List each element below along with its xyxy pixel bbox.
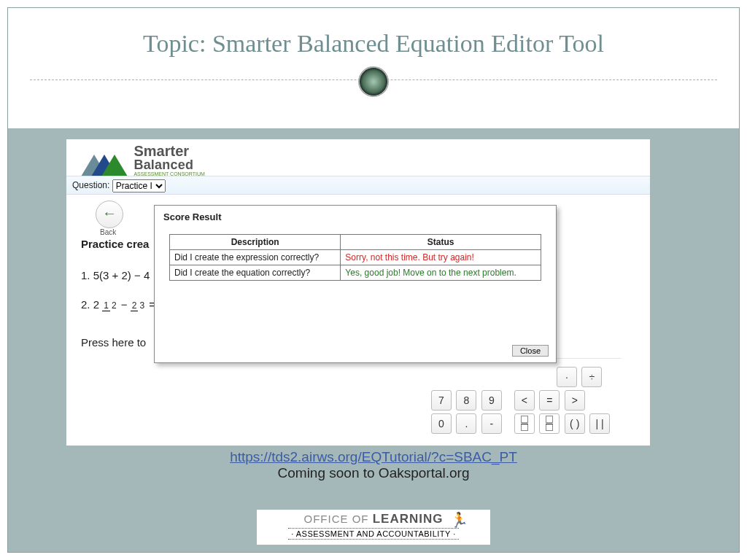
q2-prefix: 2. 2 xyxy=(81,298,99,311)
q2-frac2-den: 3 xyxy=(138,300,146,311)
logo-line2: Balanced xyxy=(133,158,204,171)
score-result-dialog: Score Result Description Status Did I cr… xyxy=(154,205,557,363)
office-of-learning-logo: OFFICE OF LEARNING · ASSESSMENT AND ACCO… xyxy=(257,510,490,545)
th-status: Status xyxy=(341,235,541,250)
slide: Topic: Smarter Balanced Equation Editor … xyxy=(7,7,740,553)
runner-icon: 🏃 xyxy=(450,511,468,529)
back-button[interactable]: ← xyxy=(96,201,123,228)
cell-status: Yes, good job! Move on to the next probl… xyxy=(341,265,541,281)
back-arrow-icon: ← xyxy=(102,205,117,221)
logo-line1: Smarter xyxy=(133,144,204,158)
smarter-balanced-logo: Smarter Balanced Assessment Consortium xyxy=(81,144,205,176)
question-bar: Question: Practice I xyxy=(66,176,650,195)
key-0[interactable]: 0 xyxy=(431,413,452,434)
press-text: Press here to xyxy=(81,336,146,349)
question-label: Question: xyxy=(72,180,109,190)
cell-status: Sorry, not this time. But try again! xyxy=(341,250,541,265)
link-block: https://tds2.airws.org/EQTutorial/?c=SBA… xyxy=(8,449,739,481)
title-area: Topic: Smarter Balanced Equation Editor … xyxy=(8,8,739,65)
question-select[interactable]: Practice I xyxy=(112,179,166,192)
key-eq[interactable]: = xyxy=(539,390,560,411)
link-subtext: Coming soon to Oaksportal.org xyxy=(278,465,470,481)
q2-minus: − xyxy=(121,298,131,311)
key-abs[interactable]: | | xyxy=(589,413,610,434)
table-row: Did I create the expression correctly? S… xyxy=(170,250,541,265)
key-lt[interactable]: < xyxy=(514,390,535,411)
question-2: 2. 2 12 − 23 = 1 xyxy=(81,298,165,311)
footer-learning: LEARNING xyxy=(373,512,444,526)
footer-office: OFFICE OF xyxy=(304,513,369,525)
ornament-row xyxy=(8,65,739,94)
back-label: Back xyxy=(100,228,116,236)
close-button[interactable]: Close xyxy=(512,345,549,357)
key-divide[interactable]: ÷ xyxy=(581,367,602,387)
table-row: Did I create the equation correctly? Yes… xyxy=(170,265,541,281)
key-8[interactable]: 8 xyxy=(456,390,476,411)
dialog-title: Score Result xyxy=(155,206,556,228)
q2-frac2-num: 2 xyxy=(131,300,139,311)
cell-desc: Did I create the equation correctly? xyxy=(170,265,341,281)
practice-heading: Practice crea xyxy=(81,238,149,250)
key-parens[interactable]: ( ) xyxy=(565,413,585,434)
key-7[interactable]: 7 xyxy=(431,390,452,411)
key-gt[interactable]: > xyxy=(565,390,585,411)
tutorial-link[interactable]: https://tds2.airws.org/EQTutorial/?c=SBA… xyxy=(230,449,517,464)
key-9[interactable]: 9 xyxy=(481,390,502,411)
key-minus[interactable]: - xyxy=(481,413,502,434)
q2-frac1-num: 1 xyxy=(102,300,110,311)
app-screenshot: Smarter Balanced Assessment Consortium Q… xyxy=(66,139,650,446)
q2-frac1-den: 2 xyxy=(110,300,118,311)
footer-assessment: · ASSESSMENT AND ACCOUNTABILITY · xyxy=(288,528,459,540)
question-1: 1. 5(3 + 2) − 4 xyxy=(81,269,150,281)
equation-keypad: · ÷ 7 8 9 < = > 0 . - ( ) | | xyxy=(431,367,611,437)
score-table: Description Status Did I create the expr… xyxy=(169,234,541,281)
key-decimal[interactable]: . xyxy=(456,413,476,434)
key-mixed-number-icon[interactable] xyxy=(539,413,560,434)
key-dot[interactable]: · xyxy=(557,367,577,387)
cell-desc: Did I create the expression correctly? xyxy=(170,250,341,265)
seal-icon xyxy=(358,66,389,97)
key-fraction-icon[interactable] xyxy=(514,413,535,434)
slide-title: Topic: Smarter Balanced Equation Editor … xyxy=(23,30,724,58)
th-description: Description xyxy=(170,235,341,250)
